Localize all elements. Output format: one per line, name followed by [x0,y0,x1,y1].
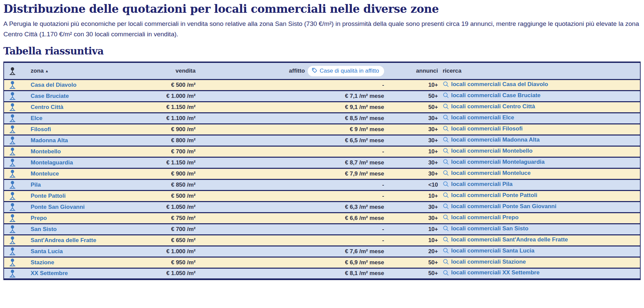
zone-link[interactable]: Prepo [31,215,47,221]
column-header-annunci[interactable]: annunci [384,62,438,79]
map-pin-icon [9,225,27,233]
ricerca-link[interactable]: locali commerciali Pila [443,181,512,188]
ricerca-link[interactable]: locali commerciali Sant'Andrea delle Fra… [443,236,568,243]
ricerca-link[interactable]: locali commerciali Casa del Diavolo [443,81,548,88]
affitto-label[interactable]: affitto [289,68,305,74]
ricerca-link-label: locali commerciali Ponte Pattoli [451,192,537,199]
map-pin-icon [9,236,27,244]
search-icon [443,159,449,165]
row-map-pin-cell[interactable] [4,179,27,190]
affitto-value: - [196,224,384,235]
ricerca-link[interactable]: locali commerciali Montelaguardia [443,159,545,165]
map-pin-icon [9,203,27,211]
ricerca-link[interactable]: locali commerciali Case Bruciate [443,92,541,99]
row-map-pin-cell[interactable] [4,190,27,201]
ricerca-link-label: locali commerciali Elce [451,114,514,121]
table-row: Monteluce € 900 /m² € 7,9 /m² mese 30+ l… [4,168,640,179]
row-map-pin-cell[interactable] [4,213,27,224]
zone-link[interactable]: Filosofi [31,126,51,132]
zone-link[interactable]: XX Settembre [31,270,68,276]
vendita-value: € 500 /m² [132,79,196,90]
search-icon [443,92,449,99]
ricerca-link[interactable]: locali commerciali Madonna Alta [443,137,540,143]
row-map-pin-cell[interactable] [4,135,27,146]
affitto-value: € 9 /m² mese [196,124,384,135]
table-row: Ponte Pattoli € 500 /m² - 10+ locali com… [4,190,640,201]
quality-rental-badge[interactable]: Case di qualità in affitto [308,66,384,76]
ricerca-link[interactable]: locali commerciali XX Settembre [443,269,540,276]
ricerca-link[interactable]: locali commerciali San Sisto [443,225,529,232]
ricerca-link[interactable]: locali commerciali Monteluce [443,170,531,177]
row-map-pin-cell[interactable] [4,224,27,235]
zone-link[interactable]: Ponte Pattoli [31,193,66,199]
map-pin-icon [9,147,27,156]
row-map-pin-cell[interactable] [4,246,27,257]
table-row: San Sisto € 700 /m² - 10+ locali commerc… [4,224,640,235]
zone-link[interactable]: Montebello [31,148,61,155]
row-map-pin-cell[interactable] [4,168,27,179]
vendita-value: € 700 /m² [132,146,196,157]
quality-rental-badge-label: Case di qualità in affitto [320,68,379,74]
zone-link[interactable]: Madonna Alta [31,137,68,144]
column-header-vendita[interactable]: vendita [132,62,196,79]
table-row: Madonna Alta € 800 /m² € 6,5 /m² mese 30… [4,135,640,146]
zone-link[interactable]: Stazione [31,259,54,266]
ricerca-link[interactable]: locali commerciali Stazione [443,259,526,265]
ricerca-link-label: locali commerciali Madonna Alta [451,137,540,143]
table-header-row: zona▲ vendita affitto Case di qualità in… [4,62,640,79]
ricerca-link-label: locali commerciali Ponte San Giovanni [451,203,556,210]
vendita-value: € 900 /m² [132,168,196,179]
ricerca-link[interactable]: locali commerciali Ponte San Giovanni [443,203,556,210]
row-map-pin-cell[interactable] [4,146,27,157]
map-pin-icon [9,158,27,167]
ricerca-link[interactable]: locali commerciali Montebello [443,148,533,154]
table-row: Montelaguardia € 1.150 /m² € 8,7 /m² mes… [4,157,640,168]
search-icon [443,236,449,243]
row-map-pin-cell[interactable] [4,235,27,246]
map-pin-icon [9,192,27,200]
zone-link[interactable]: Case Bruciate [31,93,69,99]
ricerca-link-label: locali commerciali Monteluce [451,170,531,177]
header-map-pin-cell [4,62,27,79]
ricerca-link[interactable]: locali commerciali Filosofi [443,125,523,132]
vendita-value: € 1.000 /m² [132,246,196,257]
zone-link[interactable]: San Sisto [31,226,57,232]
zone-link[interactable]: Santa Lucia [31,248,63,255]
row-map-pin-cell[interactable] [4,268,27,279]
zone-link[interactable]: Sant'Andrea delle Fratte [31,237,96,243]
row-map-pin-cell[interactable] [4,113,27,124]
search-icon [443,125,449,132]
annunci-value: 50+ [384,257,438,268]
section-title: Tabella riassuntiva [3,45,641,57]
search-icon [443,270,449,276]
ricerca-link-label: locali commerciali Casa del Diavolo [451,81,548,88]
row-map-pin-cell[interactable] [4,157,27,168]
ricerca-link[interactable]: locali commerciali Prepo [443,214,518,221]
row-map-pin-cell[interactable] [4,124,27,135]
zone-link[interactable]: Pila [31,182,41,188]
zone-link[interactable]: Montelaguardia [31,159,73,166]
ricerca-link-label: locali commerciali Montebello [451,148,533,154]
zone-link[interactable]: Ponte San Giovanni [31,204,85,210]
ricerca-link[interactable]: locali commerciali Santa Lucia [443,247,535,254]
zone-link[interactable]: Casa del Diavolo [31,82,76,88]
column-header-zona[interactable]: zona▲ [27,62,132,79]
ricerca-link[interactable]: locali commerciali Elce [443,114,514,121]
table-row: Santa Lucia € 1.000 /m² € 7,6 /m² mese 2… [4,246,640,257]
ricerca-link-label: locali commerciali Montelaguardia [451,159,545,165]
row-map-pin-cell[interactable] [4,102,27,113]
search-icon [443,203,449,209]
affitto-value: - [196,179,384,190]
row-map-pin-cell[interactable] [4,201,27,213]
zone-link[interactable]: Elce [31,115,42,121]
row-map-pin-cell[interactable] [4,79,27,90]
row-map-pin-cell[interactable] [4,90,27,102]
table-row: Pila € 850 /m² - <10 locali commerciali … [4,179,640,190]
row-map-pin-cell[interactable] [4,257,27,268]
zone-link[interactable]: Centro Città [31,104,63,110]
zone-link[interactable]: Monteluce [31,170,59,177]
ricerca-link[interactable]: locali commerciali Ponte Pattoli [443,192,537,199]
table-row: Montebello € 700 /m² - 10+ locali commer… [4,146,640,157]
annunci-value: 30+ [384,113,438,124]
ricerca-link[interactable]: locali commerciali Centro Città [443,103,535,110]
